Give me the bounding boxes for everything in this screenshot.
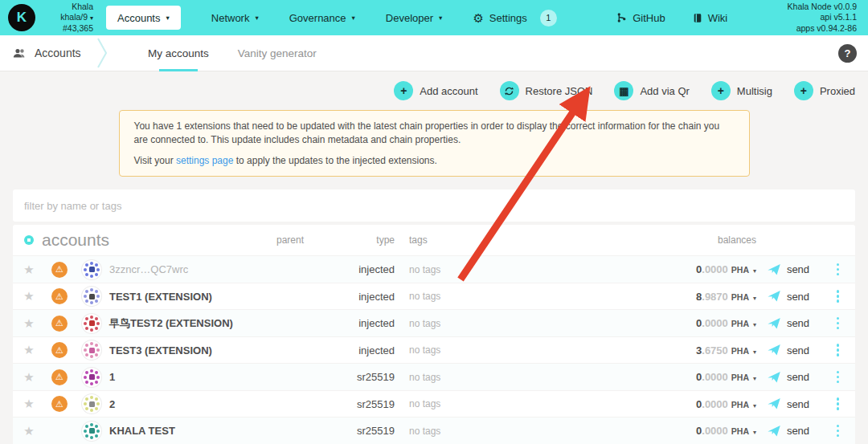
tab-vanity-generator[interactable]: Vanity generator <box>238 35 317 71</box>
table-row[interactable]: ★ ⚠ KHALA TEST sr25519 no tags 0.0000PHA… <box>13 417 855 444</box>
multisig-button[interactable]: + Multisig <box>711 81 772 100</box>
nav-item-governance[interactable]: Governance ▾ <box>289 12 355 24</box>
balance-expander[interactable]: 3.6750PHA▾ <box>604 344 756 356</box>
nav-item-network[interactable]: Network ▾ <box>211 12 259 24</box>
favorite-star-icon[interactable]: ★ <box>13 424 45 438</box>
account-identicon[interactable] <box>81 313 102 334</box>
send-button[interactable]: send <box>756 317 821 329</box>
favorite-star-icon[interactable]: ★ <box>13 263 45 277</box>
tab-my-accounts-label: My accounts <box>148 47 209 59</box>
balance-unit: PHA <box>731 400 749 409</box>
balance-unit: PHA <box>731 373 749 382</box>
account-name[interactable]: 1 <box>109 371 246 383</box>
row-menu-button[interactable] <box>821 263 855 276</box>
row-menu-button[interactable] <box>821 425 855 438</box>
account-name[interactable]: KHALA TEST <box>109 425 246 437</box>
wiki-link[interactable]: Wiki <box>693 12 728 24</box>
restore-json-button[interactable]: Restore JSON <box>500 81 593 100</box>
balance-dec: .6750 <box>702 344 728 356</box>
restore-json-label: Restore JSON <box>526 85 593 97</box>
account-identicon[interactable] <box>81 421 102 442</box>
balance-expander[interactable]: 0.0000PHA▾ <box>604 398 756 410</box>
proxied-button[interactable]: + Proxied <box>794 81 855 100</box>
table-row[interactable]: ★ ⚠ 3zzncr…QC7wrc injected no tags 0.000… <box>13 255 855 283</box>
send-button[interactable]: send <box>756 425 821 437</box>
row-menu-button[interactable] <box>821 371 855 384</box>
nav-item-accounts[interactable]: Accounts ▾ <box>106 6 181 30</box>
plus-icon: + <box>794 81 813 100</box>
khala-logo[interactable]: K <box>8 4 35 31</box>
apps-version: apps v0.94.2-86 <box>788 23 857 35</box>
balance-expander[interactable]: 0.0000PHA▾ <box>604 263 756 275</box>
filter-card <box>13 189 855 222</box>
account-name[interactable]: 2 <box>109 398 246 410</box>
warning-icon[interactable]: ⚠ <box>51 369 68 385</box>
vertical-dots-icon <box>837 317 840 330</box>
question-mark-icon: ? <box>845 47 851 59</box>
account-name[interactable]: 3zzncr…QC7wrc <box>109 263 246 275</box>
account-identicon[interactable] <box>81 367 102 388</box>
nav-item-developer[interactable]: Developer ▾ <box>386 12 443 24</box>
nav-developer-label: Developer <box>386 12 433 24</box>
table-row[interactable]: ★ ⚠ TEST3 (EXTENSION) injected no tags 3… <box>13 336 855 364</box>
row-menu-button[interactable] <box>821 397 855 410</box>
balance-dec: .9870 <box>702 291 728 303</box>
balance-expander[interactable]: 0.0000PHA▾ <box>604 425 756 437</box>
row-menu-button[interactable] <box>821 344 855 356</box>
balance-expander[interactable]: 0.0000PHA▾ <box>604 371 756 383</box>
app-header: K Khala khala/9 ▾ #43,365 Accounts ▾ Net… <box>0 0 868 35</box>
github-link[interactable]: GitHub <box>616 12 665 24</box>
qr-code-icon: ▦ <box>614 81 633 100</box>
warning-icon[interactable]: ⚠ <box>51 288 68 304</box>
filter-input[interactable] <box>24 200 844 212</box>
favorite-star-icon[interactable]: ★ <box>13 289 45 303</box>
sync-icon <box>500 81 519 100</box>
balance-expander[interactable]: 0.0000PHA▾ <box>604 317 756 329</box>
account-name[interactable]: TEST3 (EXTENSION) <box>109 344 246 356</box>
warning-icon[interactable]: ⚠ <box>51 262 68 278</box>
send-button[interactable]: send <box>756 398 821 410</box>
account-name[interactable]: 早鸟TEST2 (EXTENSION) <box>109 316 246 331</box>
account-type: injected <box>334 344 395 356</box>
favorite-star-icon[interactable]: ★ <box>13 370 45 385</box>
node-version: Khala Node v0.0.9 <box>788 2 857 13</box>
account-identicon[interactable] <box>81 393 102 414</box>
nav-item-settings[interactable]: ⚙ Settings 1 <box>473 10 556 26</box>
warning-icon[interactable]: ⚠ <box>51 396 68 412</box>
accounts-toggle-icon[interactable] <box>24 235 34 245</box>
row-menu-button[interactable] <box>821 317 855 330</box>
account-tags: no tags <box>395 291 604 302</box>
settings-page-link[interactable]: settings page <box>176 155 233 166</box>
paper-plane-icon <box>768 372 780 383</box>
section-accounts[interactable]: Accounts <box>13 47 93 59</box>
help-button[interactable]: ? <box>838 44 857 63</box>
send-button[interactable]: send <box>756 344 821 356</box>
favorite-star-icon[interactable]: ★ <box>13 397 45 411</box>
table-row[interactable]: ★ ⚠ TEST1 (EXTENSION) injected no tags 8… <box>13 283 855 310</box>
table-row[interactable]: ★ ⚠ 2 sr25519 no tags 0.0000PHA▾ send <box>13 390 855 418</box>
favorite-star-icon[interactable]: ★ <box>13 343 45 357</box>
table-row[interactable]: ★ ⚠ 早鸟TEST2 (EXTENSION) injected no tags… <box>13 309 855 336</box>
add-via-qr-button[interactable]: ▦ Add via Qr <box>614 81 689 100</box>
account-tags: no tags <box>395 372 604 383</box>
send-button[interactable]: send <box>756 263 821 275</box>
add-account-button[interactable]: + Add account <box>394 81 477 100</box>
warning-icon[interactable]: ⚠ <box>51 316 68 332</box>
table-title: accounts <box>42 230 109 250</box>
row-menu-button[interactable] <box>821 290 855 303</box>
favorite-star-icon[interactable]: ★ <box>13 316 45 331</box>
account-identicon[interactable] <box>81 340 102 360</box>
tab-my-accounts[interactable]: My accounts <box>148 35 209 71</box>
table-row[interactable]: ★ ⚠ 1 sr25519 no tags 0.0000PHA▾ send <box>13 363 855 390</box>
account-name[interactable]: TEST1 (EXTENSION) <box>109 291 246 303</box>
warning-icon[interactable]: ⚠ <box>51 342 68 358</box>
chain-selector[interactable]: Khala khala/9 ▾ #43,365 <box>43 2 93 35</box>
nav-accounts-label: Accounts <box>117 12 160 24</box>
send-button[interactable]: send <box>756 371 821 383</box>
send-button[interactable]: send <box>756 291 821 303</box>
balance-expander[interactable]: 8.9870PHA▾ <box>604 291 756 303</box>
account-identicon[interactable] <box>81 259 102 280</box>
account-identicon[interactable] <box>81 286 102 307</box>
balance-unit: PHA <box>731 292 749 302</box>
balance-dec: .0000 <box>702 371 728 383</box>
